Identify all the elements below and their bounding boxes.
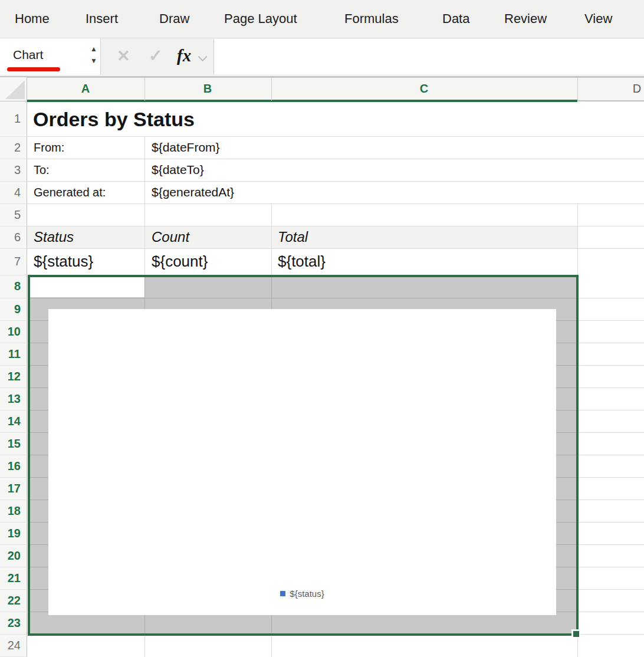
- row-header-14[interactable]: 14: [0, 410, 21, 432]
- name-box-red-underline: [7, 67, 60, 71]
- row-header-16[interactable]: 16: [0, 455, 21, 477]
- select-all-triangle-icon: [5, 80, 25, 99]
- cell-header-count[interactable]: Count: [152, 226, 189, 248]
- row-header-7[interactable]: 7: [0, 248, 21, 275]
- formula-bar: Chart ▲ ▼ ✕ ✓ fx: [0, 38, 644, 77]
- cell-value-3[interactable]: ${total}: [278, 248, 326, 275]
- row-header-15[interactable]: 15: [0, 432, 21, 455]
- excel-window: HomeInsertDrawPage LayoutFormulasDataRev…: [0, 0, 644, 657]
- cell-header-total[interactable]: Total: [278, 226, 308, 248]
- column-header-b[interactable]: B: [203, 78, 212, 100]
- column-header-d[interactable]: D: [633, 78, 641, 100]
- selection-border: [28, 275, 579, 636]
- cell-from-label[interactable]: From:: [34, 136, 64, 159]
- row-header-8[interactable]: 8: [0, 275, 21, 298]
- row-header-18[interactable]: 18: [0, 500, 21, 522]
- ribbon-tab-draw[interactable]: Draw: [159, 0, 189, 38]
- row-header-19[interactable]: 19: [0, 522, 21, 544]
- insert-function-icon[interactable]: fx: [177, 38, 191, 75]
- row-header-11[interactable]: 11: [0, 343, 21, 365]
- ribbon-tab-insert[interactable]: Insert: [86, 0, 118, 38]
- row-header-21[interactable]: 21: [0, 567, 21, 589]
- row-header-10[interactable]: 10: [0, 320, 21, 343]
- ribbon-tab-bar: HomeInsertDrawPage LayoutFormulasDataRev…: [0, 0, 644, 38]
- row-header-20[interactable]: 20: [0, 544, 21, 567]
- cell-generated-label[interactable]: Generated at:: [34, 181, 106, 203]
- row-header-24[interactable]: 24: [0, 634, 21, 656]
- name-box-value: Chart: [13, 38, 43, 71]
- stepper-up-icon[interactable]: ▲: [87, 45, 100, 52]
- row-header-23[interactable]: 23: [0, 612, 21, 634]
- cell-generated-value[interactable]: ${generatedAt}: [152, 181, 234, 203]
- name-box[interactable]: Chart ▲ ▼: [0, 38, 101, 75]
- row-header-17[interactable]: 17: [0, 477, 21, 500]
- ribbon-tab-home[interactable]: Home: [15, 0, 50, 38]
- cell-from-value[interactable]: ${dateFrom}: [152, 136, 220, 159]
- name-box-stepper[interactable]: ▲ ▼: [87, 38, 100, 75]
- row-header-3[interactable]: 3: [0, 159, 21, 181]
- row-header-13[interactable]: 13: [0, 387, 21, 410]
- column-header-row: ABCD: [27, 77, 644, 102]
- column-header-a[interactable]: A: [81, 78, 90, 100]
- ribbon-tab-view[interactable]: View: [584, 0, 612, 38]
- selected-columns-underline: [27, 100, 577, 102]
- selection-fill-handle[interactable]: [571, 629, 581, 639]
- cell-header-status[interactable]: Status: [34, 226, 74, 248]
- cell-title[interactable]: Orders by Status: [33, 103, 195, 136]
- confirm-icon[interactable]: ✓: [149, 38, 162, 75]
- ribbon-tab-review[interactable]: Review: [504, 0, 547, 38]
- chevron-down-icon[interactable]: [198, 52, 208, 62]
- row-header-22[interactable]: 22: [0, 589, 21, 612]
- row-header-5[interactable]: 5: [0, 203, 21, 226]
- cancel-icon[interactable]: ✕: [117, 38, 130, 75]
- ribbon-tab-data[interactable]: Data: [442, 0, 469, 38]
- formula-input[interactable]: [213, 39, 644, 74]
- ribbon-tab-formulas[interactable]: Formulas: [344, 0, 399, 38]
- cell-value-1[interactable]: ${status}: [34, 248, 93, 275]
- row-header-4[interactable]: 4: [0, 181, 21, 203]
- row-header-9[interactable]: 9: [0, 298, 21, 320]
- row-header-1[interactable]: 1: [0, 101, 21, 136]
- stepper-down-icon[interactable]: ▼: [87, 57, 100, 64]
- cell-to-label[interactable]: To:: [34, 159, 50, 181]
- row-header-12[interactable]: 12: [0, 365, 21, 387]
- row-header-2[interactable]: 2: [0, 136, 21, 159]
- ribbon-tab-page-layout[interactable]: Page Layout: [224, 0, 297, 38]
- row-header-6[interactable]: 6: [0, 226, 21, 248]
- cell-to-value[interactable]: ${dateTo}: [152, 159, 204, 181]
- row-header-column: 123456789101112131415161718192021222324: [0, 101, 27, 657]
- select-all-corner[interactable]: [0, 77, 27, 101]
- column-header-c[interactable]: C: [420, 78, 428, 100]
- column-d-underline: [577, 100, 644, 101]
- cell-value-2[interactable]: ${count}: [152, 248, 208, 275]
